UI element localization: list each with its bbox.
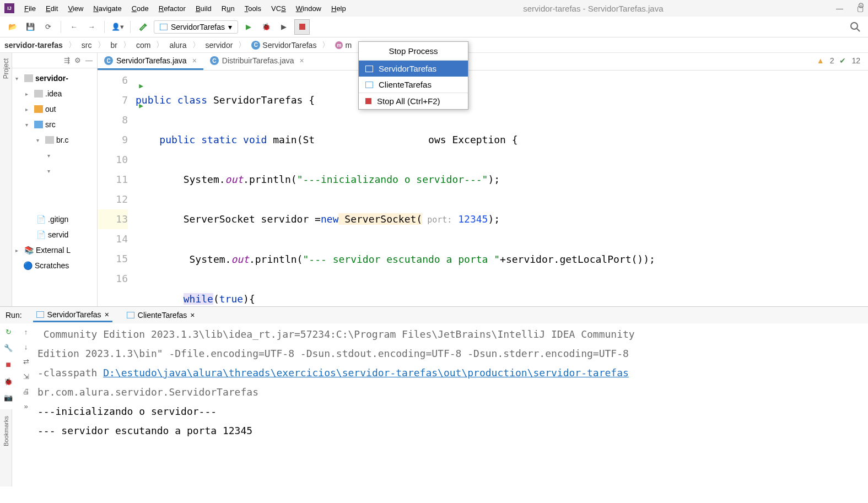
editor-area: CServidorTarefas.java× CDistribuirTarefa…	[98, 53, 868, 306]
tree-external[interactable]: External L	[36, 246, 71, 255]
class-icon: C	[104, 56, 113, 65]
project-panel: ⇶ ⚙ — ▾servidor- ▸.idea ▸out ▾src ▾br.c …	[12, 53, 98, 306]
editor-tab[interactable]: CDistribuirTarefas.java×	[203, 53, 311, 70]
open-button[interactable]: 📂	[6, 20, 20, 34]
window-title: servidor-tarefas - ServidorTarefas.java	[351, 4, 836, 13]
menu-code[interactable]: Code	[127, 3, 153, 14]
popup-item-cliente[interactable]: ClienteTarefas	[359, 77, 468, 93]
tree-scratches[interactable]: Scratches	[35, 261, 69, 270]
back-button[interactable]: ←	[67, 20, 81, 34]
crumb-src[interactable]: src	[82, 41, 92, 50]
inspections-widget[interactable]: ▲2 ✔12	[817, 56, 860, 65]
debug-button[interactable]: 🐞	[259, 20, 273, 34]
run-config-selector[interactable]: ServidorTarefas ▾	[154, 20, 238, 34]
svg-line-1	[857, 29, 860, 31]
print-button[interactable]: 🖨	[23, 387, 30, 396]
tree-br[interactable]: br.c	[56, 136, 69, 144]
menu-view[interactable]: View	[63, 3, 88, 14]
editor-tab-active[interactable]: CServidorTarefas.java×	[98, 53, 203, 70]
popup-item-label: ServidorTarefas	[379, 64, 436, 73]
stop-icon	[365, 98, 371, 104]
menu-help[interactable]: Help	[327, 3, 351, 14]
popup-stop-all[interactable]: Stop All (Ctrl+F2)	[359, 93, 468, 109]
refresh-button[interactable]: ⟳	[41, 20, 55, 34]
run-body: ↻ 🔧 ■ 🐞 📷 ↑ ↓ ⇄ ⇲ 🖨 » Community Edition …	[0, 323, 868, 447]
crumb-alura[interactable]: alura	[169, 41, 186, 50]
app-icon: IJ	[4, 3, 14, 13]
menu-file[interactable]: File	[20, 3, 40, 14]
menu-navigate[interactable]: Navigate	[89, 3, 126, 14]
user-button[interactable]: 👤▾	[110, 20, 125, 34]
menu-window[interactable]: Window	[292, 3, 326, 14]
popup-item-label: ClienteTarefas	[379, 80, 432, 89]
svg-point-0	[851, 23, 858, 29]
project-tool-label[interactable]: Project	[2, 58, 10, 79]
title-bar: IJ File Edit View Navigate Code Refactor…	[0, 0, 868, 17]
chevron-down-icon: ▾	[228, 23, 232, 31]
editor-gutter: 6▶ 7▶ 8 9 10 11 12 13 14 15 16	[98, 71, 133, 306]
wrench-button[interactable]: 🔧	[4, 344, 13, 352]
save-button[interactable]: 💾	[23, 20, 37, 34]
crumb-method[interactable]: m	[345, 41, 352, 50]
check-icon: ✔	[839, 56, 846, 65]
close-icon[interactable]: ×	[105, 310, 109, 319]
minimize-button[interactable]: —	[836, 4, 843, 13]
close-icon[interactable]: ×	[300, 56, 304, 65]
editor-body[interactable]: 6▶ 7▶ 8 9 10 11 12 13 14 15 16 public cl…	[98, 71, 868, 306]
app-icon	[127, 312, 134, 318]
run-tab-servidor[interactable]: ServidorTarefas×	[33, 309, 112, 322]
camera-button[interactable]: 📷	[4, 393, 13, 402]
console-output[interactable]: Community Edition 2023.1.3\lib\idea_rt.j…	[35, 323, 868, 447]
menu-tools[interactable]: Tools	[240, 3, 266, 14]
run-tab-cliente[interactable]: ClienteTarefas×	[123, 309, 198, 321]
tree-gitignore[interactable]: .gitign	[48, 215, 68, 224]
select-opened-icon[interactable]: ⇶	[64, 56, 70, 64]
app-icon	[365, 66, 373, 72]
classpath-link[interactable]: D:\estudo\java\alura\threads\exercicios\…	[103, 367, 629, 378]
run-settings-icon[interactable]: ⚙	[858, 1, 865, 10]
menu-build[interactable]: Build	[191, 3, 216, 14]
search-everywhere-button[interactable]	[848, 20, 862, 34]
main-toolbar: 📂 💾 ⟳ ← → 👤▾ ServidorTarefas ▾ ▶ 🐞 ▶	[0, 17, 868, 37]
close-icon[interactable]: ×	[192, 56, 197, 65]
project-settings-icon[interactable]: ⚙	[74, 56, 81, 64]
project-tree[interactable]: ▾servidor- ▸.idea ▸out ▾src ▾br.c ▾ ▾ 📄.…	[12, 68, 97, 306]
collapse-icon[interactable]: —	[85, 56, 93, 64]
rerun-button[interactable]: ↻	[6, 328, 12, 336]
stop-button[interactable]	[294, 19, 310, 35]
class-icon: C	[210, 56, 219, 65]
run-tab-label: ClienteTarefas	[138, 311, 187, 320]
restart-button[interactable]: 🐞	[4, 377, 13, 386]
popup-title: Stop Process	[359, 42, 468, 61]
down-button[interactable]: ↓	[24, 343, 28, 351]
tree-iml[interactable]: servid	[48, 230, 68, 239]
scroll-button[interactable]: ⇲	[23, 372, 29, 381]
menu-vcs[interactable]: VCS	[267, 3, 290, 14]
tree-out[interactable]: out	[45, 105, 56, 113]
menu-run[interactable]: Run	[217, 3, 239, 14]
crumb-servidor[interactable]: servidor	[206, 41, 233, 50]
coverage-button[interactable]: ▶	[277, 20, 291, 34]
bookmarks-tool-label[interactable]: Bookmarks	[3, 416, 9, 446]
wrap-button[interactable]: ⇄	[23, 358, 29, 366]
close-icon[interactable]: ×	[190, 311, 195, 320]
editor-tabs: CServidorTarefas.java× CDistribuirTarefa…	[98, 53, 868, 71]
popup-item-servidor[interactable]: ServidorTarefas	[359, 61, 468, 77]
crumb-br[interactable]: br	[111, 41, 117, 50]
crumb-project[interactable]: servidor-tarefas	[4, 41, 63, 50]
more-button[interactable]: »	[24, 402, 28, 410]
up-button[interactable]: ↑	[24, 328, 28, 336]
stop-run-button[interactable]: ■	[6, 360, 11, 370]
tree-idea[interactable]: .idea	[45, 89, 62, 98]
crumb-com[interactable]: com	[136, 41, 150, 50]
run-header: Run: ServidorTarefas× ClienteTarefas× ⚙	[0, 307, 868, 323]
tree-src[interactable]: src	[45, 120, 56, 129]
tree-root[interactable]: servidor-	[35, 74, 68, 83]
run-button[interactable]: ▶	[241, 20, 256, 34]
code-content[interactable]: public class ServidorTarefas { public st…	[133, 71, 868, 306]
forward-button[interactable]: →	[84, 20, 99, 34]
menu-edit[interactable]: Edit	[41, 3, 62, 14]
menu-refactor[interactable]: Refactor	[154, 3, 190, 14]
crumb-class[interactable]: ServidorTarefas	[262, 41, 316, 50]
hammer-build-button[interactable]	[136, 20, 150, 34]
